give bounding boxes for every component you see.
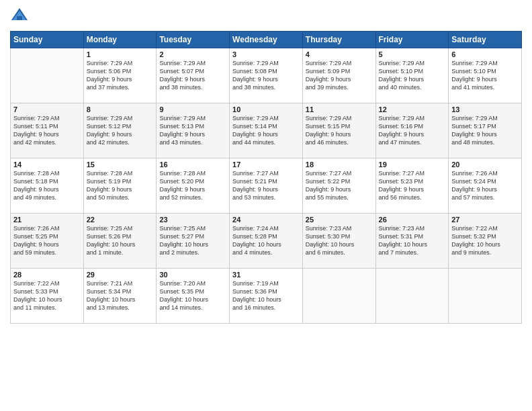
calendar-cell: 11Sunrise: 7:29 AM Sunset: 5:15 PM Dayli…	[302, 103, 375, 158]
calendar-cell: 5Sunrise: 7:29 AM Sunset: 5:10 PM Daylig…	[375, 48, 449, 103]
day-info: Sunrise: 7:26 AM Sunset: 5:24 PM Dayligh…	[451, 169, 519, 202]
calendar-cell	[11, 48, 84, 103]
calendar-cell: 20Sunrise: 7:26 AM Sunset: 5:24 PM Dayli…	[449, 158, 522, 214]
day-number: 18	[306, 161, 373, 169]
day-info: Sunrise: 7:27 AM Sunset: 5:22 PM Dayligh…	[306, 169, 373, 202]
col-header-monday: Monday	[83, 32, 157, 48]
day-info: Sunrise: 7:25 AM Sunset: 5:26 PM Dayligh…	[87, 224, 154, 257]
calendar-cell: 6Sunrise: 7:29 AM Sunset: 5:10 PM Daylig…	[449, 48, 522, 103]
calendar-table: SundayMondayTuesdayWednesdayThursdayFrid…	[10, 31, 522, 324]
calendar-cell: 8Sunrise: 7:29 AM Sunset: 5:12 PM Daylig…	[83, 103, 157, 158]
day-info: Sunrise: 7:27 AM Sunset: 5:23 PM Dayligh…	[379, 169, 446, 202]
day-number: 19	[379, 161, 446, 169]
day-number: 21	[13, 216, 81, 224]
day-info: Sunrise: 7:29 AM Sunset: 5:08 PM Dayligh…	[232, 59, 300, 92]
logo	[10, 7, 32, 26]
calendar-cell: 12Sunrise: 7:29 AM Sunset: 5:16 PM Dayli…	[375, 103, 449, 158]
day-info: Sunrise: 7:20 AM Sunset: 5:35 PM Dayligh…	[159, 279, 226, 312]
calendar-cell: 26Sunrise: 7:23 AM Sunset: 5:31 PM Dayli…	[375, 214, 449, 269]
day-number: 30	[159, 271, 226, 279]
day-info: Sunrise: 7:29 AM Sunset: 5:17 PM Dayligh…	[451, 114, 519, 147]
day-number: 22	[87, 216, 154, 224]
day-number: 17	[232, 161, 300, 169]
day-number: 2	[159, 50, 226, 58]
calendar-cell: 10Sunrise: 7:29 AM Sunset: 5:14 PM Dayli…	[230, 103, 303, 158]
page: SundayMondayTuesdayWednesdayThursdayFrid…	[0, 0, 532, 411]
calendar-cell: 13Sunrise: 7:29 AM Sunset: 5:17 PM Dayli…	[449, 103, 522, 158]
calendar-cell: 9Sunrise: 7:29 AM Sunset: 5:13 PM Daylig…	[157, 103, 230, 158]
day-info: Sunrise: 7:29 AM Sunset: 5:12 PM Dayligh…	[87, 114, 154, 147]
calendar-cell: 31Sunrise: 7:19 AM Sunset: 5:36 PM Dayli…	[230, 269, 303, 324]
day-info: Sunrise: 7:29 AM Sunset: 5:06 PM Dayligh…	[87, 59, 154, 92]
col-header-friday: Friday	[375, 32, 449, 48]
header	[10, 7, 522, 26]
day-number: 14	[13, 161, 81, 169]
day-number: 15	[87, 161, 154, 169]
day-number: 29	[87, 271, 154, 279]
day-info: Sunrise: 7:22 AM Sunset: 5:32 PM Dayligh…	[451, 224, 519, 257]
day-number: 26	[379, 216, 446, 224]
week-row-1: 1Sunrise: 7:29 AM Sunset: 5:06 PM Daylig…	[11, 48, 522, 103]
day-number: 8	[87, 105, 154, 113]
day-number: 11	[306, 105, 373, 113]
day-info: Sunrise: 7:23 AM Sunset: 5:30 PM Dayligh…	[306, 224, 373, 257]
col-header-thursday: Thursday	[302, 32, 375, 48]
day-number: 12	[379, 105, 446, 113]
day-info: Sunrise: 7:29 AM Sunset: 5:07 PM Dayligh…	[159, 59, 226, 92]
day-info: Sunrise: 7:29 AM Sunset: 5:09 PM Dayligh…	[306, 59, 373, 92]
day-number: 7	[13, 105, 81, 113]
week-row-3: 14Sunrise: 7:28 AM Sunset: 5:18 PM Dayli…	[11, 158, 522, 214]
calendar-cell: 21Sunrise: 7:26 AM Sunset: 5:25 PM Dayli…	[11, 214, 84, 269]
calendar-cell: 7Sunrise: 7:29 AM Sunset: 5:11 PM Daylig…	[11, 103, 84, 158]
day-number: 3	[232, 50, 300, 58]
day-info: Sunrise: 7:23 AM Sunset: 5:31 PM Dayligh…	[379, 224, 446, 257]
calendar-cell: 22Sunrise: 7:25 AM Sunset: 5:26 PM Dayli…	[83, 214, 157, 269]
logo-icon	[10, 7, 29, 26]
week-row-5: 28Sunrise: 7:22 AM Sunset: 5:33 PM Dayli…	[11, 269, 522, 324]
day-info: Sunrise: 7:29 AM Sunset: 5:15 PM Dayligh…	[306, 114, 373, 147]
day-info: Sunrise: 7:24 AM Sunset: 5:28 PM Dayligh…	[232, 224, 300, 257]
day-number: 31	[232, 271, 300, 279]
calendar-cell: 25Sunrise: 7:23 AM Sunset: 5:30 PM Dayli…	[302, 214, 375, 269]
day-info: Sunrise: 7:28 AM Sunset: 5:18 PM Dayligh…	[13, 169, 81, 202]
calendar-cell: 16Sunrise: 7:28 AM Sunset: 5:20 PM Dayli…	[157, 158, 230, 214]
day-number: 27	[451, 216, 519, 224]
day-number: 28	[13, 271, 81, 279]
col-header-saturday: Saturday	[449, 32, 522, 48]
day-info: Sunrise: 7:19 AM Sunset: 5:36 PM Dayligh…	[232, 279, 300, 312]
day-number: 5	[379, 50, 446, 58]
calendar-cell: 2Sunrise: 7:29 AM Sunset: 5:07 PM Daylig…	[157, 48, 230, 103]
day-number: 24	[232, 216, 300, 224]
calendar-cell: 24Sunrise: 7:24 AM Sunset: 5:28 PM Dayli…	[230, 214, 303, 269]
calendar-cell: 18Sunrise: 7:27 AM Sunset: 5:22 PM Dayli…	[302, 158, 375, 214]
day-info: Sunrise: 7:21 AM Sunset: 5:34 PM Dayligh…	[87, 279, 154, 312]
calendar-cell: 29Sunrise: 7:21 AM Sunset: 5:34 PM Dayli…	[83, 269, 157, 324]
calendar-cell: 15Sunrise: 7:28 AM Sunset: 5:19 PM Dayli…	[83, 158, 157, 214]
col-header-sunday: Sunday	[11, 32, 84, 48]
calendar-cell: 27Sunrise: 7:22 AM Sunset: 5:32 PM Dayli…	[449, 214, 522, 269]
day-number: 9	[159, 105, 226, 113]
calendar-cell: 1Sunrise: 7:29 AM Sunset: 5:06 PM Daylig…	[83, 48, 157, 103]
day-info: Sunrise: 7:29 AM Sunset: 5:16 PM Dayligh…	[379, 114, 446, 147]
day-number: 6	[451, 50, 519, 58]
day-info: Sunrise: 7:28 AM Sunset: 5:19 PM Dayligh…	[87, 169, 154, 202]
calendar-cell	[375, 269, 449, 324]
day-info: Sunrise: 7:26 AM Sunset: 5:25 PM Dayligh…	[13, 224, 81, 257]
day-number: 25	[306, 216, 373, 224]
day-number: 20	[451, 161, 519, 169]
calendar-cell: 30Sunrise: 7:20 AM Sunset: 5:35 PM Dayli…	[157, 269, 230, 324]
day-number: 10	[232, 105, 300, 113]
day-number: 16	[159, 161, 226, 169]
calendar-cell: 17Sunrise: 7:27 AM Sunset: 5:21 PM Dayli…	[230, 158, 303, 214]
calendar-cell	[302, 269, 375, 324]
calendar-cell	[449, 269, 522, 324]
day-info: Sunrise: 7:28 AM Sunset: 5:20 PM Dayligh…	[159, 169, 226, 202]
day-number: 1	[87, 50, 154, 58]
day-info: Sunrise: 7:27 AM Sunset: 5:21 PM Dayligh…	[232, 169, 300, 202]
week-row-2: 7Sunrise: 7:29 AM Sunset: 5:11 PM Daylig…	[11, 103, 522, 158]
col-header-wednesday: Wednesday	[230, 32, 303, 48]
day-info: Sunrise: 7:29 AM Sunset: 5:10 PM Dayligh…	[379, 59, 446, 92]
calendar-header-row: SundayMondayTuesdayWednesdayThursdayFrid…	[11, 32, 522, 48]
day-number: 23	[159, 216, 226, 224]
day-info: Sunrise: 7:22 AM Sunset: 5:33 PM Dayligh…	[13, 279, 81, 312]
